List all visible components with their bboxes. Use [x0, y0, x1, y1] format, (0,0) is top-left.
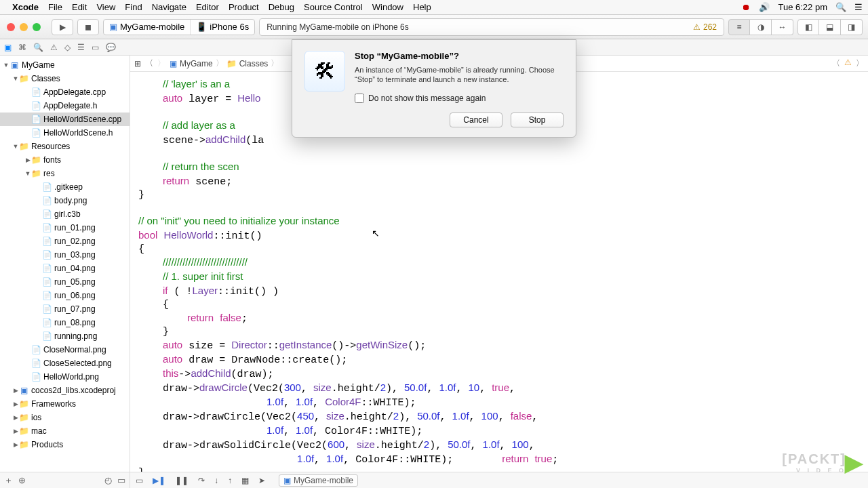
group-item[interactable]: ▶📁ios	[0, 411, 130, 424]
file-item[interactable]: 📄HelloWorldScene.cpp	[0, 113, 130, 126]
group-item[interactable]: ▶📁Frameworks	[0, 397, 130, 411]
step-over-icon[interactable]: ↷	[198, 476, 205, 485]
debug-navigator-icon[interactable]: ☰	[77, 43, 85, 52]
resource-file-icon: 📄	[42, 182, 52, 192]
cancel-button[interactable]: Cancel	[450, 113, 502, 127]
group-item[interactable]: ▶▣cocos2d_libs.xcodeproj	[0, 384, 130, 397]
group-fonts[interactable]: ▶📁fonts	[0, 153, 130, 167]
menu-window[interactable]: Window	[372, 2, 403, 12]
report-navigator-icon[interactable]: 💬	[106, 43, 116, 52]
step-into-icon[interactable]: ↓	[214, 476, 218, 485]
process-selector[interactable]: ▣MyGame-mobile	[279, 474, 358, 487]
group-resources[interactable]: ▼📁Resources	[0, 140, 130, 153]
breadcrumb[interactable]: ▣MyGame〉📁Classes〉	[170, 58, 279, 69]
location-icon[interactable]: ➤	[258, 476, 265, 485]
menu-editor[interactable]: Editor	[196, 2, 219, 12]
group-item[interactable]: ▶📁mac	[0, 424, 130, 438]
panel-toggle-group: ◧ ⬓ ◨	[797, 19, 863, 35]
continue-icon[interactable]: ▶❚	[153, 476, 165, 485]
standard-editor-icon[interactable]: ≡	[728, 19, 750, 35]
symbol-navigator-icon[interactable]: ⌘	[18, 43, 26, 52]
scheme-target: MyGame-mobile	[120, 22, 184, 32]
file-item[interactable]: 📄run_06.png	[0, 289, 130, 302]
forward-icon[interactable]: 〉	[157, 58, 165, 69]
toggle-breakpoints-icon[interactable]: ▭	[136, 476, 143, 485]
dont-show-checkbox[interactable]: Do not show this message again	[355, 94, 564, 103]
stop-dialog: 🛠 Stop “MyGame-mobile”? An instance of “…	[292, 39, 576, 138]
file-item[interactable]: 📄running.png	[0, 329, 130, 343]
minimize-window-icon[interactable]	[20, 23, 28, 31]
group-item[interactable]: ▶📁Products	[0, 438, 130, 451]
file-item[interactable]: 📄CloseSelected.png	[0, 357, 130, 370]
test-navigator-icon[interactable]: ◇	[64, 43, 71, 52]
file-item[interactable]: 📄run_03.png	[0, 248, 130, 262]
project-icon: ▣	[9, 60, 19, 70]
zoom-window-icon[interactable]	[33, 23, 41, 31]
previous-issue-icon[interactable]: 〈	[832, 58, 840, 69]
filter-icon[interactable]: ⊕	[18, 475, 26, 485]
group-classes[interactable]: ▼📁Classes	[0, 72, 130, 85]
add-icon[interactable]: ＋	[4, 474, 13, 487]
issue-navigator-icon[interactable]: ⚠	[50, 43, 58, 52]
menu-edit[interactable]: Edit	[72, 2, 87, 12]
run-button[interactable]: ▶	[52, 19, 73, 35]
recent-icon[interactable]: ◴	[104, 475, 112, 485]
menu-find[interactable]: Find	[125, 2, 142, 12]
warnings-badge[interactable]: ⚠ 262	[693, 22, 717, 32]
next-issue-icon[interactable]: 〉	[856, 58, 864, 69]
debug-view-icon[interactable]: ▦	[241, 476, 249, 485]
volume-icon[interactable]: 🔊	[759, 2, 770, 12]
toggle-navigator-icon[interactable]: ◧	[797, 19, 819, 35]
find-navigator-icon[interactable]: 🔍	[33, 43, 43, 52]
source-file-icon: 📄	[31, 128, 41, 138]
close-window-icon[interactable]	[7, 23, 15, 31]
resource-file-icon: 📄	[42, 237, 52, 246]
scm-icon[interactable]: ▭	[117, 475, 125, 485]
file-item[interactable]: 📄HelloWorld.png	[0, 370, 130, 384]
toggle-utilities-icon[interactable]: ◨	[841, 19, 863, 35]
file-item[interactable]: 📄run_01.png	[0, 221, 130, 235]
project-navigator-icon[interactable]: ▣	[4, 43, 12, 52]
project-root[interactable]: ▼▣MyGame	[0, 58, 130, 72]
file-item[interactable]: 📄AppDelegate.cpp	[0, 85, 130, 99]
pause-icon[interactable]: ❚❚	[175, 476, 189, 485]
toggle-debug-icon[interactable]: ⬓	[819, 19, 841, 35]
menu-help[interactable]: Help	[413, 2, 431, 12]
menu-file[interactable]: File	[48, 2, 62, 12]
issue-icon[interactable]: ⚠	[844, 58, 852, 69]
file-item[interactable]: 📄.gitkeep	[0, 180, 130, 194]
spotlight-icon[interactable]: 🔍	[835, 2, 846, 12]
file-item[interactable]: 📄AppDelegate.h	[0, 99, 130, 113]
scheme-selector[interactable]: ▣MyGame-mobile 📱iPhone 6s	[103, 19, 255, 35]
file-item[interactable]: 📄run_04.png	[0, 262, 130, 275]
clock[interactable]: Tue 6:22 pm	[778, 2, 827, 12]
file-item[interactable]: 📄run_02.png	[0, 235, 130, 248]
file-item[interactable]: 📄run_05.png	[0, 275, 130, 289]
group-res[interactable]: ▼📁res	[0, 167, 130, 180]
file-item[interactable]: 📄run_07.png	[0, 302, 130, 316]
file-item[interactable]: 📄body.png	[0, 194, 130, 207]
notification-center-icon[interactable]: ☰	[854, 2, 863, 12]
file-item[interactable]: 📄HelloWorldScene.h	[0, 126, 130, 140]
debug-bar: ▭ ▶❚ ❚❚ ↷ ↓ ↑ ▦ ➤ ▣MyGame-mobile	[130, 474, 868, 487]
stop-button[interactable]: ◼	[77, 19, 99, 35]
file-item[interactable]: 📄CloseNormal.png	[0, 343, 130, 357]
menu-product[interactable]: Product	[229, 2, 259, 12]
version-editor-icon[interactable]: ↔	[772, 19, 793, 35]
resource-file-icon: 📄	[42, 318, 52, 327]
menu-view[interactable]: View	[96, 2, 115, 12]
stop-confirm-button[interactable]: Stop	[511, 113, 564, 127]
step-out-icon[interactable]: ↑	[228, 476, 232, 485]
menu-source-control[interactable]: Source Control	[304, 2, 363, 12]
file-item[interactable]: 📄run_08.png	[0, 316, 130, 329]
related-items-icon[interactable]: ⊞	[134, 59, 141, 68]
app-name[interactable]: Xcode	[12, 2, 39, 12]
menu-debug[interactable]: Debug	[269, 2, 294, 12]
menu-navigate[interactable]: Navigate	[152, 2, 186, 12]
back-icon[interactable]: 〈	[145, 58, 153, 69]
file-item[interactable]: 📄girl.c3b	[0, 207, 130, 221]
assistant-editor-icon[interactable]: ◑	[750, 19, 772, 35]
breakpoint-navigator-icon[interactable]: ▭	[92, 43, 99, 52]
project-navigator: ▼▣MyGame ▼📁Classes 📄AppDelegate.cpp📄AppD…	[0, 56, 130, 472]
record-icon[interactable]: ⏺	[742, 2, 751, 12]
